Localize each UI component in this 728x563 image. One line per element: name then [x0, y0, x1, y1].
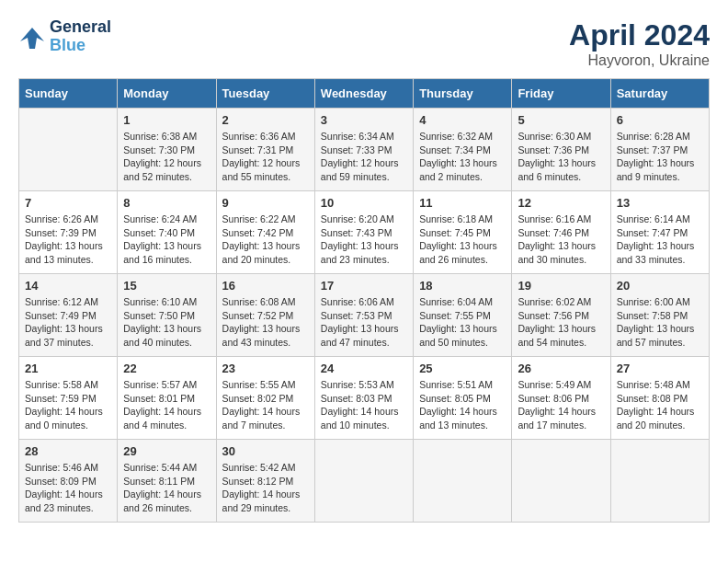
- day-info: Sunrise: 6:08 AMSunset: 7:52 PMDaylight:…: [222, 295, 309, 350]
- day-number: 11: [419, 196, 506, 210]
- day-number: 8: [123, 196, 210, 210]
- header-wednesday: Wednesday: [314, 79, 413, 109]
- header-friday: Friday: [512, 79, 610, 109]
- page-header: General Blue April 2024 Hayvoron, Ukrain…: [18, 18, 710, 69]
- day-number: 16: [222, 279, 309, 293]
- day-info: Sunrise: 6:24 AMSunset: 7:40 PMDaylight:…: [123, 213, 210, 267]
- table-row: 24Sunrise: 5:53 AMSunset: 8:03 PMDayligh…: [314, 357, 413, 440]
- table-row: 4Sunrise: 6:32 AMSunset: 7:34 PMDaylight…: [414, 109, 512, 191]
- header-row: Sunday Monday Tuesday Wednesday Thursday…: [19, 79, 710, 109]
- table-row: 16Sunrise: 6:08 AMSunset: 7:52 PMDayligh…: [216, 274, 314, 357]
- day-number: 29: [123, 444, 210, 458]
- day-number: 5: [518, 113, 604, 127]
- day-number: 23: [222, 362, 309, 375]
- day-number: 27: [617, 362, 703, 375]
- day-number: 28: [25, 444, 111, 458]
- table-row: [414, 440, 512, 523]
- logo-icon: [18, 23, 46, 51]
- day-number: 30: [222, 444, 309, 458]
- day-number: 24: [321, 362, 407, 375]
- day-info: Sunrise: 6:14 AMSunset: 7:47 PMDaylight:…: [617, 213, 703, 267]
- day-number: 3: [321, 113, 407, 127]
- day-number: 21: [25, 362, 111, 375]
- header-tuesday: Tuesday: [216, 79, 314, 109]
- table-row: [19, 109, 118, 191]
- day-number: 25: [419, 362, 506, 375]
- day-info: Sunrise: 6:26 AMSunset: 7:39 PMDaylight:…: [25, 213, 111, 267]
- day-number: 7: [25, 196, 111, 210]
- day-info: Sunrise: 5:46 AMSunset: 8:09 PMDaylight:…: [25, 461, 111, 515]
- table-row: 21Sunrise: 5:58 AMSunset: 7:59 PMDayligh…: [19, 357, 118, 440]
- day-number: 18: [419, 279, 506, 293]
- day-info: Sunrise: 5:55 AMSunset: 8:02 PMDaylight:…: [222, 378, 309, 432]
- table-row: 11Sunrise: 6:18 AMSunset: 7:45 PMDayligh…: [414, 191, 512, 274]
- table-row: 3Sunrise: 6:34 AMSunset: 7:33 PMDaylight…: [314, 109, 413, 191]
- svg-marker-0: [20, 28, 44, 49]
- day-info: Sunrise: 6:20 AMSunset: 7:43 PMDaylight:…: [321, 213, 407, 267]
- table-row: 13Sunrise: 6:14 AMSunset: 7:47 PMDayligh…: [610, 191, 709, 274]
- location: Hayvoron, Ukraine: [569, 52, 710, 69]
- table-row: 15Sunrise: 6:10 AMSunset: 7:50 PMDayligh…: [118, 274, 216, 357]
- table-row: 2Sunrise: 6:36 AMSunset: 7:31 PMDaylight…: [216, 109, 314, 191]
- week-row-4: 28Sunrise: 5:46 AMSunset: 8:09 PMDayligh…: [19, 440, 710, 523]
- day-info: Sunrise: 5:44 AMSunset: 8:11 PMDaylight:…: [123, 461, 210, 515]
- day-info: Sunrise: 6:04 AMSunset: 7:55 PMDaylight:…: [419, 295, 506, 350]
- day-number: 14: [25, 279, 111, 293]
- table-row: 29Sunrise: 5:44 AMSunset: 8:11 PMDayligh…: [118, 440, 216, 523]
- calendar-table: Sunday Monday Tuesday Wednesday Thursday…: [18, 78, 710, 523]
- table-row: 17Sunrise: 6:06 AMSunset: 7:53 PMDayligh…: [314, 274, 413, 357]
- day-number: 12: [518, 196, 604, 210]
- month-title: April 2024: [569, 18, 710, 52]
- header-monday: Monday: [118, 79, 216, 109]
- table-row: 19Sunrise: 6:02 AMSunset: 7:56 PMDayligh…: [512, 274, 610, 357]
- day-number: 4: [419, 113, 506, 127]
- day-number: 20: [617, 279, 703, 293]
- table-row: 10Sunrise: 6:20 AMSunset: 7:43 PMDayligh…: [314, 191, 413, 274]
- title-block: April 2024 Hayvoron, Ukraine: [569, 18, 710, 69]
- table-row: 28Sunrise: 5:46 AMSunset: 8:09 PMDayligh…: [19, 440, 118, 523]
- table-row: 8Sunrise: 6:24 AMSunset: 7:40 PMDaylight…: [118, 191, 216, 274]
- table-row: 7Sunrise: 6:26 AMSunset: 7:39 PMDaylight…: [19, 191, 118, 274]
- table-row: 20Sunrise: 6:00 AMSunset: 7:58 PMDayligh…: [610, 274, 709, 357]
- day-info: Sunrise: 5:58 AMSunset: 7:59 PMDaylight:…: [25, 378, 111, 432]
- calendar-body: 1Sunrise: 6:38 AMSunset: 7:30 PMDaylight…: [19, 109, 710, 523]
- day-info: Sunrise: 5:53 AMSunset: 8:03 PMDaylight:…: [321, 378, 407, 432]
- day-info: Sunrise: 6:30 AMSunset: 7:36 PMDaylight:…: [518, 130, 604, 184]
- day-number: 1: [123, 113, 210, 127]
- logo: General Blue: [18, 18, 111, 55]
- day-info: Sunrise: 6:12 AMSunset: 7:49 PMDaylight:…: [25, 295, 111, 350]
- day-number: 17: [321, 279, 407, 293]
- table-row: 14Sunrise: 6:12 AMSunset: 7:49 PMDayligh…: [19, 274, 118, 357]
- table-row: 1Sunrise: 6:38 AMSunset: 7:30 PMDaylight…: [118, 109, 216, 191]
- day-number: 9: [222, 196, 309, 210]
- header-sunday: Sunday: [19, 79, 118, 109]
- day-info: Sunrise: 5:42 AMSunset: 8:12 PMDaylight:…: [222, 461, 309, 515]
- day-number: 19: [518, 279, 604, 293]
- day-info: Sunrise: 6:10 AMSunset: 7:50 PMDaylight:…: [123, 295, 210, 350]
- day-info: Sunrise: 6:38 AMSunset: 7:30 PMDaylight:…: [123, 130, 210, 184]
- header-saturday: Saturday: [610, 79, 709, 109]
- day-info: Sunrise: 5:48 AMSunset: 8:08 PMDaylight:…: [617, 378, 703, 432]
- day-number: 10: [321, 196, 407, 210]
- day-number: 26: [518, 362, 604, 375]
- table-row: 30Sunrise: 5:42 AMSunset: 8:12 PMDayligh…: [216, 440, 314, 523]
- day-number: 13: [617, 196, 703, 210]
- table-row: 22Sunrise: 5:57 AMSunset: 8:01 PMDayligh…: [118, 357, 216, 440]
- day-info: Sunrise: 6:32 AMSunset: 7:34 PMDaylight:…: [419, 130, 506, 184]
- header-thursday: Thursday: [414, 79, 512, 109]
- day-number: 15: [123, 279, 210, 293]
- table-row: 5Sunrise: 6:30 AMSunset: 7:36 PMDaylight…: [512, 109, 610, 191]
- table-row: [512, 440, 610, 523]
- day-info: Sunrise: 6:36 AMSunset: 7:31 PMDaylight:…: [222, 130, 309, 184]
- day-info: Sunrise: 6:00 AMSunset: 7:58 PMDaylight:…: [617, 295, 703, 350]
- week-row-2: 14Sunrise: 6:12 AMSunset: 7:49 PMDayligh…: [19, 274, 710, 357]
- table-row: 26Sunrise: 5:49 AMSunset: 8:06 PMDayligh…: [512, 357, 610, 440]
- day-info: Sunrise: 6:34 AMSunset: 7:33 PMDaylight:…: [321, 130, 407, 184]
- day-info: Sunrise: 5:51 AMSunset: 8:05 PMDaylight:…: [419, 378, 506, 432]
- week-row-3: 21Sunrise: 5:58 AMSunset: 7:59 PMDayligh…: [19, 357, 710, 440]
- day-info: Sunrise: 6:02 AMSunset: 7:56 PMDaylight:…: [518, 295, 604, 350]
- day-info: Sunrise: 6:06 AMSunset: 7:53 PMDaylight:…: [321, 295, 407, 350]
- table-row: 23Sunrise: 5:55 AMSunset: 8:02 PMDayligh…: [216, 357, 314, 440]
- week-row-0: 1Sunrise: 6:38 AMSunset: 7:30 PMDaylight…: [19, 109, 710, 191]
- day-number: 22: [123, 362, 210, 375]
